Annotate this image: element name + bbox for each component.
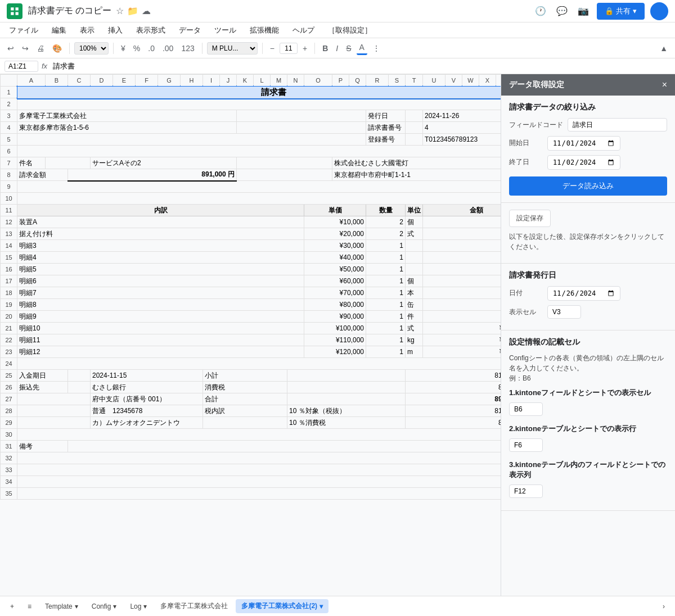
cell-t20[interactable]: 件 — [406, 311, 423, 323]
cell-r16[interactable]: 1 — [366, 264, 406, 275]
cell-u14[interactable]: ¥30,000 — [423, 240, 501, 252]
col-G[interactable]: G — [158, 75, 181, 87]
cell-r11[interactable]: 数量 — [366, 205, 406, 216]
cell-t23[interactable]: m — [406, 346, 423, 358]
cell-i27[interactable]: 合計 — [203, 393, 287, 405]
col-D[interactable]: D — [91, 75, 113, 87]
cell-row33[interactable] — [17, 464, 501, 476]
tab-tama[interactable]: 多摩電子工業株式会社 — [155, 599, 233, 613]
cell-o22[interactable]: ¥110,000 — [304, 334, 366, 346]
col-B[interactable]: B — [46, 75, 68, 87]
cell-a21[interactable]: 明細10 — [17, 323, 304, 334]
print-btn[interactable]: 🖨 — [34, 42, 47, 55]
folder-icon[interactable]: 📁 — [127, 6, 138, 16]
cell-r18[interactable]: 1 — [366, 287, 406, 299]
col-Q[interactable]: Q — [349, 75, 366, 87]
cell-i28[interactable]: 税内訳 — [203, 405, 287, 417]
cell-t13[interactable]: 式 — [406, 228, 423, 240]
cell-a26[interactable]: 振込先 — [17, 382, 68, 393]
cell-a12[interactable]: 装置A — [17, 216, 304, 228]
cell-r22[interactable]: 1 — [366, 334, 406, 346]
cell-a25[interactable]: 入金期日 — [17, 370, 68, 382]
cell-t11[interactable]: 単位 — [406, 205, 423, 216]
cell-a11[interactable]: 内訳 — [17, 205, 304, 216]
strikethrough-btn[interactable]: S — [343, 42, 354, 55]
cell-4-mid[interactable] — [237, 122, 366, 134]
col-N[interactable]: N — [287, 75, 304, 87]
cell-c26[interactable] — [68, 382, 91, 393]
tab-template[interactable]: Template ▾ — [39, 600, 84, 613]
cell-u18[interactable]: ¥70,000 — [423, 287, 501, 299]
cell-u5[interactable]: T0123456789123 — [423, 134, 501, 146]
issue-date-input[interactable] — [547, 286, 620, 301]
col-J[interactable]: J — [220, 75, 237, 87]
cell-a31[interactable]: 備考 — [17, 441, 68, 452]
history-btn[interactable]: 🕐 — [533, 3, 548, 19]
cell-o16[interactable]: ¥50,000 — [304, 264, 366, 275]
cell-r20[interactable]: 1 — [366, 311, 406, 323]
cell-ref-input[interactable] — [4, 61, 38, 72]
cell-t15[interactable] — [406, 252, 423, 264]
cell-u20[interactable]: ¥90,000 — [423, 311, 501, 323]
cell-d27[interactable]: 府中支店（店番号 001） — [91, 393, 203, 405]
cell-r3[interactable]: 発行日 — [366, 110, 406, 122]
cell-i26[interactable]: 消費税 — [203, 382, 287, 393]
panel-close-btn[interactable]: × — [662, 80, 667, 90]
cell-n26[interactable] — [287, 382, 406, 393]
comment-btn[interactable]: 💬 — [554, 3, 570, 19]
cell-a1[interactable]: 請求書 — [17, 87, 501, 98]
cell-b7[interactable] — [46, 157, 91, 169]
cell-n8[interactable]: 東京都府中市府中町1-1-1 — [332, 169, 501, 181]
cell-n7[interactable]: 株式会社むさし大國電灯 — [332, 157, 501, 169]
col-K[interactable]: K — [237, 75, 254, 87]
cell-a23[interactable]: 明細12 — [17, 346, 304, 358]
menu-file[interactable]: ファイル — [7, 24, 40, 37]
cell-a19[interactable]: 明細8 — [17, 299, 304, 311]
cell-a13[interactable]: 据え付け料 — [17, 228, 304, 240]
menu-tools[interactable]: ツール — [212, 24, 238, 37]
cell-d26[interactable]: むさし銀行 — [91, 382, 203, 393]
cell-a14[interactable]: 明細3 — [17, 240, 304, 252]
cell-row30[interactable] — [17, 429, 501, 441]
col-E[interactable]: E — [113, 75, 136, 87]
cell-u21[interactable]: ¥100,000 — [423, 323, 501, 334]
cell-r13[interactable]: 2 — [366, 228, 406, 240]
cell-a16[interactable]: 明細5 — [17, 264, 304, 275]
save-settings-btn[interactable]: 設定保存 — [509, 210, 551, 227]
cell-row9[interactable] — [17, 181, 501, 193]
cell-t14[interactable] — [406, 240, 423, 252]
cell-t5[interactable] — [406, 134, 423, 146]
spreadsheet-scroll[interactable]: A B C D E F G H I J K L M N O P Q — [0, 74, 501, 596]
cell-u17[interactable]: ¥60,000 — [423, 275, 501, 287]
cell-a5[interactable] — [17, 134, 366, 146]
cell-u26[interactable]: 81,000 円 — [406, 382, 501, 393]
menu-insert[interactable]: 挿入 — [106, 24, 125, 37]
cell-d28[interactable]: 普通 12345678 — [91, 405, 203, 417]
cell-t21[interactable]: 式 — [406, 323, 423, 334]
cell-n28[interactable]: 10 ％対象（税抜） — [287, 405, 406, 417]
cell-row34[interactable] — [17, 476, 501, 488]
cell-row32[interactable] — [17, 452, 501, 464]
all-sheets-btn[interactable]: ≡ — [22, 600, 37, 613]
col-Y[interactable]: Y — [496, 75, 501, 87]
tab-log[interactable]: Log ▾ — [124, 600, 152, 613]
cell-u3[interactable]: 2024-11-26 — [423, 110, 501, 122]
share-button[interactable]: 🔒 共有 ▾ — [597, 3, 645, 20]
cell-o14[interactable]: ¥30,000 — [304, 240, 366, 252]
font-color-btn[interactable]: A — [357, 41, 367, 55]
cell-u25[interactable]: 810,000 円 — [406, 370, 501, 382]
col-A[interactable]: A — [17, 75, 46, 87]
cell-o17[interactable]: ¥60,000 — [304, 275, 366, 287]
cell-u29[interactable]: 81,000 円 — [406, 417, 501, 429]
cell-row2[interactable] — [17, 98, 501, 110]
font-size-increase-btn[interactable]: + — [300, 42, 310, 55]
more-btn[interactable]: ⋮ — [370, 42, 383, 55]
col-T[interactable]: T — [406, 75, 423, 87]
col-V[interactable]: V — [446, 75, 462, 87]
cell-u11[interactable]: 金額 — [423, 205, 501, 216]
cell-i25[interactable]: 小計 — [203, 370, 287, 382]
menu-data[interactable]: データ — [177, 24, 203, 37]
decimal-zero-btn[interactable]: .0 — [145, 42, 158, 55]
cloud-icon[interactable]: ☁ — [142, 6, 151, 16]
col-L[interactable]: L — [254, 75, 271, 87]
